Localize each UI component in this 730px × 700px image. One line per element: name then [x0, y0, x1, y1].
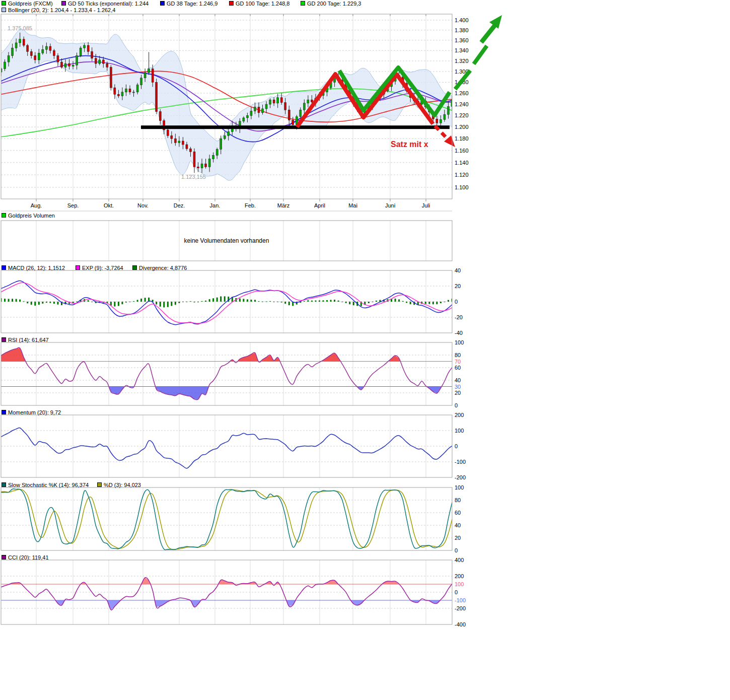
momentum-axis-label: 0 [455, 443, 458, 449]
legend-rsi: RSI (14): 61,647 [2, 337, 49, 342]
legend-goldpreis: Goldpreis (FXCM) [2, 1, 53, 6]
gd100-swatch-icon [229, 1, 234, 6]
bollinger-swatch-icon [2, 8, 6, 12]
momentum-axis-label: 100 [455, 428, 464, 434]
price-axis-label: 1.400 [455, 17, 469, 23]
legend-momentum-label: Momentum (20): 9,72 [8, 409, 61, 415]
high-price-label: 1.375,085 [8, 25, 32, 31]
momentum-axis-label: 200 [455, 412, 464, 418]
rsi-axis-label: 100 [455, 339, 464, 345]
legend-stoch-k: Slow Stochastic %K (14): 96,374 [2, 482, 89, 487]
stoch-k-swatch-icon [2, 482, 6, 487]
legend-volume-label: Goldpreis Volumen [8, 213, 55, 219]
divergence-swatch-icon [132, 265, 137, 270]
price-axis-label: 1.380 [455, 27, 469, 33]
exp-swatch-icon [76, 265, 80, 270]
legend-stoch-d-label: %D (3): 94,023 [104, 482, 141, 488]
stochastic-axis-label: 0 [455, 547, 458, 553]
stochastic-axis-label: 60 [455, 510, 461, 516]
month-label: Mai [348, 202, 357, 208]
macd-axis-label: -20 [455, 314, 463, 320]
price-axis-label: 1.340 [455, 47, 469, 53]
month-label: Juli [422, 202, 430, 208]
price-axis-label: 1.220 [455, 112, 469, 118]
price-axis-label: 1.180 [455, 135, 469, 142]
rsi-axis-label: 80 [455, 352, 461, 358]
rsi-axis-label: 40 [455, 377, 461, 383]
stoch-d-swatch-icon [97, 482, 102, 487]
gold-chart-page: 1.4001.3801.3601.3401.3201.3001.2801.260… [0, 0, 730, 700]
price-axis-label: 1.120 [455, 172, 469, 178]
legend-divergence: Divergence: 4,8776 [132, 265, 187, 270]
legend-stoch-k-label: Slow Stochastic %K (14): 96,374 [8, 482, 89, 488]
legend-gd50-label: GD 50 Ticks (exponential): 1.244 [68, 1, 149, 7]
momentum-axis-label: -100 [455, 459, 466, 465]
macd-axis-label: 0 [455, 299, 458, 305]
rsi-axis-label: 20 [455, 390, 461, 396]
rsi-axis-label: 0 [455, 402, 458, 408]
goldpreis-swatch-icon [2, 1, 6, 6]
legend-goldpreis-label: Goldpreis (FXCM) [8, 1, 53, 7]
rsi-axis-label: 60 [455, 365, 461, 371]
price-axis-label: 1.360 [455, 37, 469, 43]
month-label: Dez. [174, 202, 185, 208]
price-axis-label: 1.320 [455, 58, 469, 64]
legend-gd200-label: GD 200 Tage: 1.229,3 [307, 1, 361, 7]
legend-volume: Goldpreis Volumen [2, 213, 55, 218]
cci-axis-label: -200 [455, 605, 466, 611]
legend-exp-label: EXP (9): -3,7264 [82, 265, 123, 271]
legend-bollinger: Bollinger (20, 2): 1.204,4 - 1.233,4 - 1… [2, 7, 115, 13]
stochastic-axis-label: 40 [455, 522, 461, 528]
month-label: Sep. [67, 202, 79, 208]
legend-gd38: GD 38 Tage: 1.246,9 [160, 1, 217, 6]
rsi-swatch-icon [2, 337, 6, 342]
rsi-axis-label: 70 [455, 359, 461, 365]
month-label: Aug. [31, 202, 42, 208]
legend-gd100: GD 100 Tage: 1.248,8 [229, 1, 289, 6]
month-label: Feb. [245, 202, 256, 208]
legend-exp: EXP (9): -3,7264 [76, 265, 123, 270]
support-line-1200 [141, 125, 450, 129]
low-price-label: 1.123,155 [181, 174, 206, 180]
price-axis-label: 1.160 [455, 148, 469, 154]
legend-cci-label: CCI (20): 119,41 [8, 554, 49, 561]
legend-stoch-d: %D (3): 94,023 [97, 482, 141, 487]
month-label: Nov. [137, 202, 149, 208]
legend-gd38-label: GD 38 Tage: 1.246,9 [167, 1, 217, 7]
green-arrow-segment [474, 46, 487, 64]
legend-gd200: GD 200 Tage: 1.229,3 [301, 1, 361, 6]
gd200-swatch-icon [301, 1, 305, 6]
volume-empty-message: keine Volumendaten vorhanden [1, 237, 452, 244]
price-axis-label: 1.140 [455, 160, 469, 166]
stochastic-axis-label: 100 [455, 484, 464, 491]
month-label: März [277, 202, 289, 208]
legend-bollinger-label: Bollinger (20, 2): 1.204,4 - 1.233,4 - 1… [8, 7, 115, 13]
gd38-swatch-icon [160, 1, 165, 6]
stochastic-axis-label: 20 [455, 535, 461, 541]
cci-axis-label: 100 [455, 581, 464, 587]
macd-axis-label: 40 [455, 267, 461, 273]
price-axis-label: 1.200 [455, 124, 469, 130]
stochastic-axis-label: 80 [455, 497, 461, 503]
volume-swatch-icon [2, 213, 6, 218]
legend-momentum: Momentum (20): 9,72 [2, 409, 61, 415]
gd50-swatch-icon [61, 1, 66, 6]
legend-rsi-label: RSI (14): 61,647 [8, 337, 49, 343]
month-label: Okt. [104, 202, 114, 208]
cci-axis-label: -400 [455, 621, 466, 627]
cci-axis-label: 0 [455, 589, 458, 595]
cci-axis-label: 200 [455, 573, 464, 579]
legend-divergence-label: Divergence: 4,8776 [139, 265, 187, 271]
macd-swatch-icon [2, 265, 6, 270]
satz-mit-x-annotation: Satz mit x [391, 140, 428, 149]
month-label: Juni [385, 202, 395, 208]
cci-axis-label: -100 [455, 597, 466, 603]
momentum-swatch-icon [2, 410, 6, 414]
price-axis-label: 1.240 [455, 101, 469, 107]
chart-canvas: 1.4001.3801.3601.3401.3201.3001.2801.260… [0, 0, 730, 700]
momentum-axis-label: -200 [455, 474, 466, 480]
price-axis-label: 1.100 [455, 184, 469, 190]
legend-cci: CCI (20): 119,41 [2, 554, 49, 560]
cci-axis-label: 400 [455, 557, 464, 563]
legend-gd100-label: GD 100 Tage: 1.248,8 [236, 1, 289, 7]
